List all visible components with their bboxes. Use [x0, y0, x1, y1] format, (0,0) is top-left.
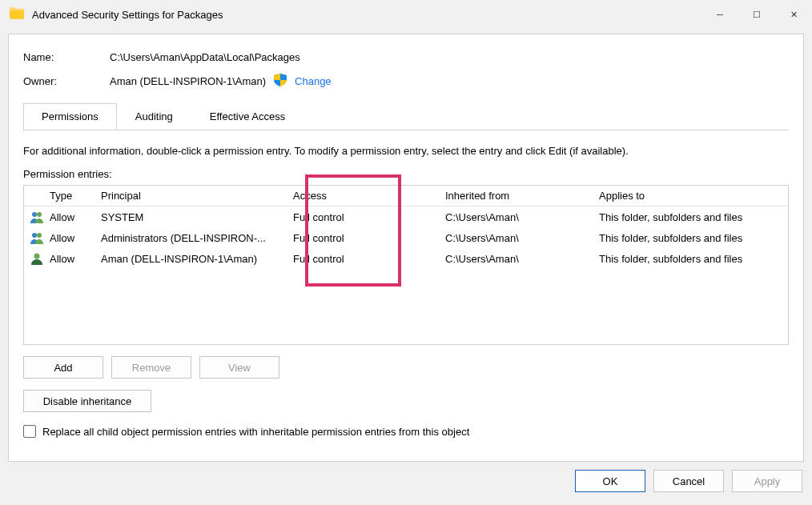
svg-point-2	[32, 233, 37, 238]
cell-access: Full control	[293, 232, 445, 244]
col-access[interactable]: Access	[293, 190, 445, 202]
add-button[interactable]: Add	[23, 356, 103, 379]
table-header: Type Principal Access Inherited from App…	[24, 186, 788, 206]
col-applies[interactable]: Applies to	[599, 190, 783, 202]
cell-access: Full control	[293, 211, 445, 223]
cell-access: Full control	[293, 253, 445, 265]
cell-inherited: C:\Users\Aman\	[445, 232, 599, 244]
entry-buttons: Add Remove View	[23, 356, 789, 379]
permission-entries-label: Permission entries:	[23, 168, 789, 180]
tab-underline	[23, 130, 789, 130]
tab-permissions[interactable]: Permissions	[23, 103, 117, 130]
tab-effective-access[interactable]: Effective Access	[191, 103, 303, 130]
cell-type: Allow	[50, 253, 101, 265]
info-text: For additional information, double-click…	[23, 145, 789, 157]
svg-point-4	[34, 254, 40, 259]
table-row[interactable]: Allow Administrators (DELL-INSPIRON-... …	[24, 227, 788, 248]
svg-point-1	[37, 212, 42, 217]
main-panel: Name: Owner: Aman (DELL-INSPIRON-1\Aman)…	[8, 34, 804, 462]
col-principal[interactable]: Principal	[101, 190, 293, 202]
replace-checkbox[interactable]	[23, 425, 36, 438]
cell-type: Allow	[50, 232, 101, 244]
folder-icon	[10, 7, 32, 22]
col-type[interactable]: Type	[50, 190, 101, 202]
titlebar: Advanced Security Settings for Packages …	[0, 0, 812, 29]
table-row[interactable]: Allow SYSTEM Full control C:\Users\Aman\…	[24, 206, 788, 227]
tab-auditing[interactable]: Auditing	[117, 103, 191, 130]
principal-group-icon	[30, 231, 50, 244]
name-row: Name:	[23, 50, 789, 64]
window-controls: ─ ☐ ✕	[701, 2, 812, 27]
svg-point-0	[32, 212, 37, 217]
svg-point-3	[37, 233, 42, 238]
maximize-button[interactable]: ☐	[738, 2, 775, 27]
principal-group-icon	[30, 210, 50, 223]
cell-inherited: C:\Users\Aman\	[445, 253, 599, 265]
minimize-button[interactable]: ─	[701, 2, 738, 27]
view-button[interactable]: View	[199, 356, 279, 379]
name-input[interactable]	[110, 50, 750, 64]
tab-strip: Permissions Auditing Effective Access	[23, 103, 789, 130]
remove-button[interactable]: Remove	[111, 356, 191, 379]
cell-applies: This folder, subfolders and files	[599, 232, 783, 244]
apply-button[interactable]: Apply	[732, 470, 802, 492]
name-label: Name:	[23, 51, 110, 63]
cell-principal: Administrators (DELL-INSPIRON-...	[101, 232, 293, 244]
dialog-footer: OK Cancel Apply	[0, 470, 804, 492]
window-title: Advanced Security Settings for Packages	[32, 9, 701, 21]
table-row[interactable]: Allow Aman (DELL-INSPIRON-1\Aman) Full c…	[24, 248, 788, 269]
cancel-button[interactable]: Cancel	[653, 470, 724, 492]
permission-entries-table: Type Principal Access Inherited from App…	[23, 185, 789, 345]
disable-inheritance-button[interactable]: Disable inheritance	[23, 390, 151, 412]
owner-row: Owner: Aman (DELL-INSPIRON-1\Aman) Chang…	[23, 74, 789, 89]
cell-applies: This folder, subfolders and files	[599, 211, 783, 223]
cell-principal: SYSTEM	[101, 211, 293, 223]
col-inherited[interactable]: Inherited from	[445, 190, 599, 202]
cell-applies: This folder, subfolders and files	[599, 253, 783, 265]
owner-value: Aman (DELL-INSPIRON-1\Aman)	[110, 75, 266, 87]
owner-label: Owner:	[23, 75, 110, 87]
cell-type: Allow	[50, 211, 101, 223]
replace-checkbox-row: Replace all child object permission entr…	[23, 425, 789, 438]
change-owner-link[interactable]: Change	[295, 75, 332, 87]
advanced-security-window: Advanced Security Settings for Packages …	[0, 0, 812, 505]
shield-icon	[274, 74, 287, 89]
cell-inherited: C:\Users\Aman\	[445, 211, 599, 223]
close-button[interactable]: ✕	[775, 2, 812, 27]
principal-user-icon	[30, 252, 50, 265]
cell-principal: Aman (DELL-INSPIRON-1\Aman)	[101, 253, 293, 265]
ok-button[interactable]: OK	[575, 470, 645, 492]
replace-checkbox-label[interactable]: Replace all child object permission entr…	[42, 426, 469, 438]
